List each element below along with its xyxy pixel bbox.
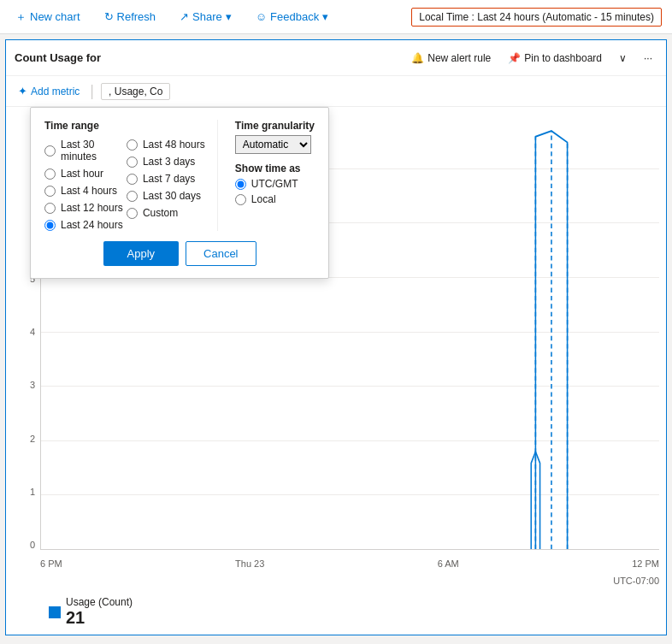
chevron-down-icon: ▾ xyxy=(322,10,328,23)
y-label-3: 3 xyxy=(30,380,35,390)
y-label-4: 4 xyxy=(30,327,35,337)
chevron-down-button[interactable]: ∨ xyxy=(614,49,632,68)
option-local[interactable]: Local xyxy=(235,193,315,205)
cancel-button[interactable]: Cancel xyxy=(186,241,256,266)
timezone-label: UTC-07:00 xyxy=(613,576,659,586)
ellipsis-icon: ··· xyxy=(644,52,652,64)
option-30min[interactable]: Last 30 minutes xyxy=(44,139,127,162)
sparkle-icon: ✦ xyxy=(18,85,27,97)
main-chart-area: Count Usage for 🔔 New alert rule 📌 Pin t… xyxy=(5,39,667,635)
add-metric-button[interactable]: ✦ Add metric xyxy=(15,83,83,99)
show-time-title: Show time as xyxy=(235,162,315,174)
option-48hr[interactable]: Last 48 hours xyxy=(127,139,209,151)
more-options-button[interactable]: ··· xyxy=(639,49,657,68)
feedback-icon: ☺ xyxy=(256,10,267,23)
chevron-down-icon: ▾ xyxy=(226,10,232,23)
legend-item: Usage (Count) 21 xyxy=(66,596,133,628)
feedback-button[interactable]: ☺ Feedback ▾ xyxy=(251,7,333,27)
option-24hr[interactable]: Last 24 hours xyxy=(44,219,127,231)
pin-icon: 📌 xyxy=(508,52,521,64)
x-label-6am: 6 AM xyxy=(438,558,459,569)
new-alert-rule-button[interactable]: 🔔 New alert rule xyxy=(406,49,496,68)
time-range-title: Time range xyxy=(44,120,209,132)
filter-tag[interactable]: , Usage, Co xyxy=(101,83,170,100)
legend-name: Usage (Count) xyxy=(66,596,133,608)
option-3d[interactable]: Last 3 days xyxy=(127,156,209,168)
share-button[interactable]: ↗ Share ▾ xyxy=(174,7,237,27)
x-label-6pm: 6 PM xyxy=(40,558,62,569)
main-toolbar: ＋ New chart ↻ Refresh ↗ Share ▾ ☺ Feedba… xyxy=(0,0,672,34)
new-chart-button[interactable]: ＋ New chart xyxy=(10,6,85,28)
time-range-col1: Last 30 minutes Last hour Last 4 hours xyxy=(44,139,127,231)
time-badge: Local Time : Last 24 hours (Automatic - … xyxy=(411,8,662,27)
x-label-12pm: 12 PM xyxy=(632,558,659,569)
alert-icon: 🔔 xyxy=(411,52,424,64)
option-7d[interactable]: Last 7 days xyxy=(127,173,209,185)
refresh-button[interactable]: ↻ Refresh xyxy=(99,7,162,27)
time-range-col2: Last 48 hours Last 3 days Last 7 days xyxy=(127,139,209,231)
chart-title: Count Usage for xyxy=(15,51,101,64)
option-12hr[interactable]: Last 12 hours xyxy=(44,202,127,214)
legend-value: 21 xyxy=(66,608,133,628)
apply-button[interactable]: Apply xyxy=(103,241,180,266)
x-axis: 6 PM Thu 23 6 AM 12 PM xyxy=(40,558,659,569)
y-label-0: 0 xyxy=(30,540,35,550)
granularity-title: Time granularity xyxy=(235,120,315,132)
legend-color-swatch xyxy=(49,606,61,618)
granularity-section: Time granularity Automatic 1 minute 5 mi… xyxy=(217,120,315,231)
option-utc[interactable]: UTC/GMT xyxy=(235,178,315,190)
x-label-thu23: Thu 23 xyxy=(235,558,264,569)
granularity-select[interactable]: Automatic 1 minute 5 minutes 15 minutes … xyxy=(235,135,311,154)
chart-toolbar: Count Usage for 🔔 New alert rule 📌 Pin t… xyxy=(6,40,666,76)
option-4hr[interactable]: Last 4 hours xyxy=(44,185,127,197)
popup-actions: Apply Cancel xyxy=(44,241,315,266)
refresh-icon: ↻ xyxy=(104,10,114,23)
option-custom[interactable]: Custom xyxy=(127,207,209,219)
time-picker-popup: Time range Last 30 minutes Last hour xyxy=(30,107,329,279)
legend-area: Usage (Count) 21 xyxy=(6,593,666,635)
sub-toolbar: ✦ Add metric | , Usage, Co xyxy=(6,76,666,107)
share-icon: ↗ xyxy=(180,10,189,23)
chevron-down-icon: ∨ xyxy=(619,52,627,64)
pin-to-dashboard-button[interactable]: 📌 Pin to dashboard xyxy=(503,49,607,68)
y-label-2: 2 xyxy=(30,434,35,444)
option-1hr[interactable]: Last hour xyxy=(44,168,127,180)
y-label-1: 1 xyxy=(30,487,35,497)
option-30d[interactable]: Last 30 days xyxy=(127,190,209,202)
plus-icon: ＋ xyxy=(15,9,27,25)
